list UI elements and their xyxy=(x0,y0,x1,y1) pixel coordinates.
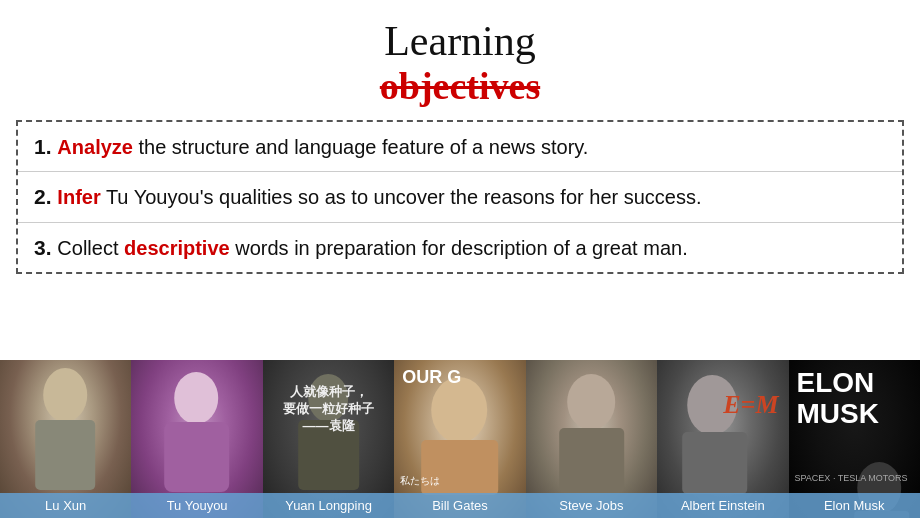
obj-1-keyword: Analyze xyxy=(57,136,133,158)
title-objectives: objectives xyxy=(380,66,540,108)
objective-3: 3. Collect descriptive words in preparat… xyxy=(18,223,902,272)
person-card-tu-youyou: Tu Youyou xyxy=(131,360,262,518)
person-card-steve-jobs: Steve Jobs xyxy=(526,360,657,518)
lu-xun-silhouette xyxy=(0,360,131,500)
person-card-elon-musk: ELONMUSK SPACEX · TESLA MOTORS Elon Musk xyxy=(789,360,920,518)
einstein-label: Albert Einstein xyxy=(657,493,788,518)
person-card-lu-xun: Lu Xun xyxy=(0,360,131,518)
svg-rect-3 xyxy=(165,422,230,492)
person-card-yuan-longping: 人就像种子，要做一粒好种子——袁隆 Yuan Longping xyxy=(263,360,394,518)
svg-rect-11 xyxy=(682,432,747,494)
elon-text-overlay: ELONMUSK xyxy=(789,360,920,438)
svg-rect-9 xyxy=(559,428,624,493)
obj-2-text: Tu Youyou's qualities so as to uncover t… xyxy=(101,186,702,208)
svg-point-2 xyxy=(175,372,219,424)
svg-rect-1 xyxy=(35,420,95,490)
bill-our-g-overlay: OUR G xyxy=(402,368,461,386)
tu-youyou-label: Tu Youyou xyxy=(131,493,262,518)
elon-musk-label: Elon Musk xyxy=(789,493,920,518)
yuan-longping-label: Yuan Longping xyxy=(263,493,394,518)
steve-silhouette xyxy=(526,360,657,500)
lu-xun-label: Lu Xun xyxy=(0,493,131,518)
objective-2: 2. Infer Tu Youyou's qualities so as to … xyxy=(18,172,902,222)
objective-1: 1. Analyze the structure and language fe… xyxy=(18,122,902,172)
obj-1-number: 1. xyxy=(34,135,57,158)
photos-strip: Lu Xun Tu Youyou 人就像种子，要做一粒好种子——袁隆 Yuan xyxy=(0,360,920,518)
tu-youyou-silhouette xyxy=(131,360,262,500)
steve-jobs-label: Steve Jobs xyxy=(526,493,657,518)
einstein-silhouette xyxy=(657,360,788,500)
page-container: Learning objectives 1. Analyze the struc… xyxy=(0,0,920,518)
person-card-einstein: E=M Albert Einstein xyxy=(657,360,788,518)
title-area: Learning objectives xyxy=(380,18,540,108)
einstein-equation: E=M xyxy=(723,390,778,420)
bill-gates-label: Bill Gates xyxy=(394,493,525,518)
person-card-bill-gates: OUR G 私たちは Bill Gates xyxy=(394,360,525,518)
elon-spacex-text: SPACEX · TESLA MOTORS xyxy=(795,473,908,483)
obj-2-keyword: Infer xyxy=(57,186,100,208)
bill-subtext: 私たちは xyxy=(400,474,440,488)
svg-point-8 xyxy=(567,374,615,430)
obj-3-number: 3. xyxy=(34,236,57,259)
yuan-text-overlay: 人就像种子，要做一粒好种子——袁隆 xyxy=(263,380,394,439)
obj-1-text: the structure and language feature of a … xyxy=(133,136,588,158)
obj-2-number: 2. xyxy=(34,185,57,208)
obj-3-text-before: Collect xyxy=(57,237,124,259)
svg-point-0 xyxy=(43,368,87,422)
title-learning: Learning xyxy=(380,18,540,64)
obj-3-keyword: descriptive xyxy=(124,237,230,259)
obj-3-text-after: words in preparation for description of … xyxy=(230,237,688,259)
objectives-box: 1. Analyze the structure and language fe… xyxy=(16,120,904,274)
